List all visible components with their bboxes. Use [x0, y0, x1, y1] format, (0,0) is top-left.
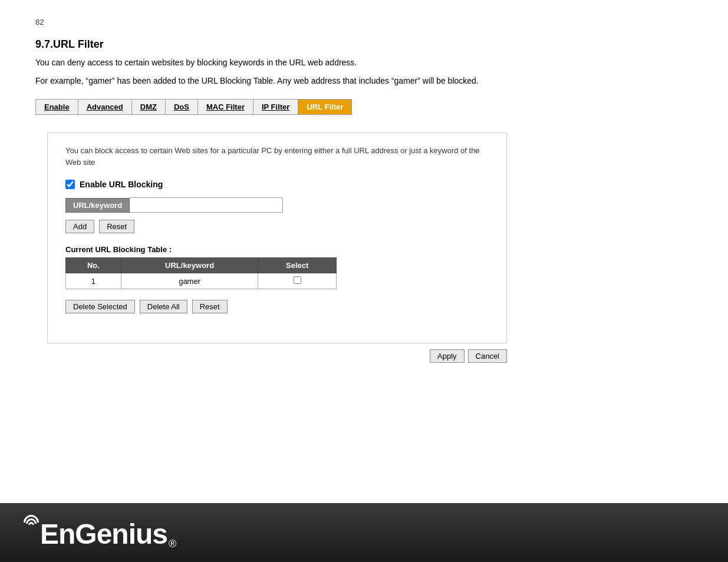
add-reset-row: Add Reset — [65, 220, 489, 233]
section-title: 9.7.URL Filter — [35, 38, 693, 51]
tab-url-filter[interactable]: URL Filter — [298, 100, 351, 114]
footer: EnGenius ® — [0, 503, 728, 562]
row-select-cell — [258, 273, 337, 289]
enable-url-blocking-label: Enable URL Blocking — [80, 180, 163, 189]
bottom-btn-row: Delete Selected Delete All Reset — [65, 300, 489, 313]
delete-selected-button[interactable]: Delete Selected — [65, 300, 135, 313]
page-number: 82 — [35, 18, 693, 27]
panel-description: You can block access to certain Web site… — [65, 145, 489, 168]
cancel-button[interactable]: Cancel — [468, 349, 507, 363]
col-url: URL/keyword — [121, 258, 258, 273]
tab-bar: Enable Advanced DMZ DoS MAC Filter IP Fi… — [35, 99, 352, 115]
footer-logo: EnGenius ® — [24, 515, 176, 550]
delete-all-button[interactable]: Delete All — [140, 300, 187, 313]
description-2: For example, “gamer” has been added to t… — [35, 75, 693, 87]
row-no: 1 — [66, 273, 121, 289]
description-1: You can deny access to certain websites … — [35, 57, 693, 69]
tab-dos[interactable]: DoS — [166, 100, 198, 114]
wifi-icon — [22, 515, 40, 528]
logo-text: EnGenius — [40, 518, 167, 550]
col-no: No. — [66, 258, 121, 273]
add-button[interactable]: Add — [65, 220, 94, 233]
reset-button-1[interactable]: Reset — [99, 220, 134, 233]
row-keyword: gamer — [121, 273, 258, 289]
url-blocking-table: No. URL/keyword Select 1 gamer — [65, 257, 337, 289]
apply-button[interactable]: Apply — [430, 349, 465, 363]
tab-ip-filter[interactable]: IP Filter — [253, 100, 298, 114]
enable-url-blocking-checkbox[interactable] — [65, 180, 75, 189]
reset-button-2[interactable]: Reset — [192, 300, 228, 313]
tab-dmz[interactable]: DMZ — [132, 100, 166, 114]
tab-advanced[interactable]: Advanced — [78, 100, 132, 114]
url-keyword-input[interactable] — [130, 197, 283, 213]
row-select-checkbox[interactable] — [294, 276, 301, 284]
url-filter-panel: You can block access to certain Web site… — [47, 133, 507, 343]
table-row: 1 gamer — [66, 273, 337, 289]
col-select: Select — [258, 258, 337, 273]
apply-cancel-row: Apply Cancel — [47, 349, 507, 363]
enable-url-blocking-row: Enable URL Blocking — [65, 180, 489, 189]
table-label: Current URL Blocking Table : — [65, 245, 489, 254]
url-keyword-row: URL/keyword — [65, 197, 489, 213]
url-keyword-label: URL/keyword — [65, 198, 130, 213]
logo-registered: ® — [169, 538, 176, 550]
tab-enable[interactable]: Enable — [36, 100, 78, 114]
tab-mac-filter[interactable]: MAC Filter — [198, 100, 253, 114]
